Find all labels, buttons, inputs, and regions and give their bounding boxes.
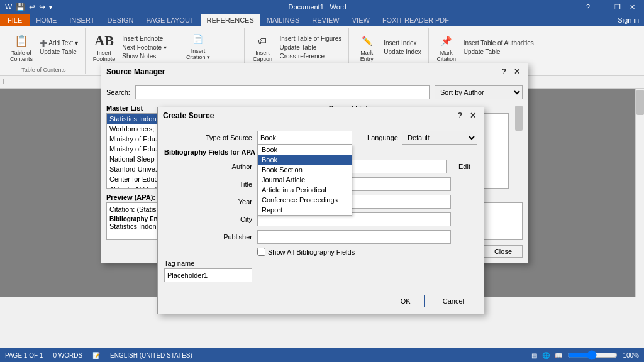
update-index-btn[interactable]: Update Index [382,48,423,56]
show-all-row: Show All Bibliography Fields [164,248,477,256]
update-table-toc-btn[interactable]: Update Table [38,48,80,56]
show-all-checkbox[interactable] [257,248,265,256]
source-manager-title-bar: Source Manager ? ✕ [101,63,528,80]
create-source-title: Create Source [163,111,214,120]
view-read-icon[interactable]: 📖 [555,352,562,359]
show-notes-btn[interactable]: Show Notes [120,52,169,60]
next-footnote-btn[interactable]: Next Footnote ▾ [120,43,169,52]
quick-save[interactable]: 💾 [16,3,25,11]
caption-icon: 🏷 [253,32,271,50]
tab-mailings[interactable]: MAILINGS [260,14,306,26]
create-source-dialog: Create Source ? ✕ Type of Source Book Bo… [157,107,484,314]
zoom-level: 100% [623,352,639,359]
insert-table-figures-btn[interactable]: Insert Table of Figures [277,35,343,43]
publisher-input[interactable] [257,230,451,244]
close-btn[interactable]: ✕ [626,3,639,11]
toc-label: Table ofContents [10,50,33,62]
source-manager-close-icon[interactable]: ✕ [511,67,523,76]
type-select[interactable]: Book [257,131,352,145]
insert-caption-btn[interactable]: 🏷 InsertCaption [250,31,275,63]
add-text-label: ➕ Add Text ▾ [40,40,78,47]
spell-icon: 📝 [92,352,100,359]
dropdown-report[interactable]: Report [258,205,352,215]
manager-scroll-thumb[interactable] [515,106,523,131]
toc-icon: 📋 [13,32,30,50]
search-input[interactable] [135,85,430,99]
vertical-scrollbar[interactable] [635,89,644,297]
type-label: Type of Source [164,134,252,141]
tab-home[interactable]: HOME [30,14,63,26]
tab-design[interactable]: DESIGN [101,14,140,26]
view-print-icon[interactable]: ▤ [531,352,537,359]
update-table-toc-label: Update Table [40,48,77,55]
search-row: Search: Sort by Author [106,85,523,99]
update-table-authorities-btn[interactable]: Update Table [462,48,536,56]
dropdown-book-1[interactable]: Book [258,145,352,155]
insert-endnote-btn[interactable]: Insert Endnote [120,35,169,43]
create-source-title-bar: Create Source ? ✕ [158,107,484,124]
publisher-row: Publisher [164,230,477,244]
toc-stack: ➕ Add Text ▾ Update Table [38,39,80,56]
author-edit-btn[interactable]: Edit [452,160,477,173]
tab-page-layout[interactable]: PAGE LAYOUT [140,14,201,26]
zoom-slider[interactable] [567,350,618,360]
word-icon: W [5,3,12,11]
insert-citation-btn[interactable]: 📄 InsertCitation ▾ [184,29,213,62]
help-btn[interactable]: ? [582,3,594,11]
source-manager-title: Source Manager [106,67,165,76]
create-dialog-footer: OK Cancel [158,295,484,314]
maximize-btn[interactable]: ❐ [611,3,625,11]
manager-scrollbar[interactable] [514,104,523,180]
quick-undo[interactable]: ↩ [29,3,35,11]
sort-select[interactable]: Sort by Author [435,85,523,99]
citation-mark-icon: 📌 [438,32,455,50]
type-of-source-row: Type of Source Book Book Book Book Secti… [164,131,477,145]
insert-footnote-btn[interactable]: AB InsertFootnote [91,31,118,63]
tag-label: Tag name [164,260,477,267]
insert-index-btn[interactable]: Insert Index [382,39,423,47]
word-count: 0 WORDS [53,352,82,359]
cancel-btn[interactable]: Cancel [430,295,477,307]
dropdown-book-2[interactable]: Book [258,155,352,165]
dropdown-periodical[interactable]: Article in a Periodical [258,185,352,195]
ribbon-tabs: FILE HOME INSERT DESIGN PAGE LAYOUT REFE… [0,14,644,26]
dropdown-conference[interactable]: Conference Proceedings [258,195,352,205]
tag-section: Tag name [164,260,477,282]
tab-insert[interactable]: INSERT [63,14,101,26]
minimize-btn[interactable]: — [595,3,609,11]
status-right: ▤ 🌐 📖 100% [531,350,639,360]
dropdown-book-section[interactable]: Book Section [258,165,352,175]
tab-foxit[interactable]: FOXIT READER PDF [376,14,455,26]
quick-redo[interactable]: ↪ [39,3,45,11]
update-table-captions-btn[interactable]: Update Table [277,43,343,52]
tab-view[interactable]: VIEW [346,14,376,26]
create-help-btn[interactable]: ? [455,111,465,120]
footnote-stack: Insert Endnote Next Footnote ▾ Show Note… [120,35,169,60]
language-select[interactable]: Default [402,131,477,145]
table-of-contents-btn[interactable]: 📋 Table ofContents [8,31,35,63]
language-status: ENGLISH (UNITED STATES) [110,352,192,359]
tab-references[interactable]: REFERENCES [201,14,260,26]
index-stack: Insert Index Update Index [382,39,423,56]
create-close-icon[interactable]: ✕ [467,111,479,120]
mark-citation-btn[interactable]: 📌 MarkCitation [434,31,459,63]
dropdown-journal[interactable]: Journal Article [258,175,352,185]
search-label: Search: [106,89,130,96]
scrollbar-thumb[interactable] [636,90,644,115]
tab-review[interactable]: REVIEW [306,14,345,26]
tag-input[interactable] [164,268,252,282]
add-text-btn[interactable]: ➕ Add Text ▾ [38,39,80,47]
tab-file[interactable]: FILE [0,14,30,26]
cross-reference-btn[interactable]: Cross-reference [277,52,343,60]
view-web-icon[interactable]: 🌐 [542,352,550,359]
status-left: PAGE 1 OF 1 0 WORDS 📝 ENGLISH (UNITED ST… [5,352,192,359]
source-manager-close-btn[interactable]: Close [484,245,523,258]
mark-icon: ✏️ [358,32,375,50]
mark-entry-btn[interactable]: ✏️ MarkEntry [354,31,379,63]
source-manager-help[interactable]: ? [499,67,509,76]
ok-btn[interactable]: OK [387,295,425,307]
sign-in-btn[interactable]: Sign in [613,14,644,26]
insert-authorities-btn[interactable]: Insert Table of Authorities [462,39,536,47]
type-dropdown: Book Book Book Section Journal Article A… [257,145,352,216]
title-bar: W 💾 ↩ ↪ ▾ Document1 - Word ? — ❐ ✕ [0,0,644,14]
